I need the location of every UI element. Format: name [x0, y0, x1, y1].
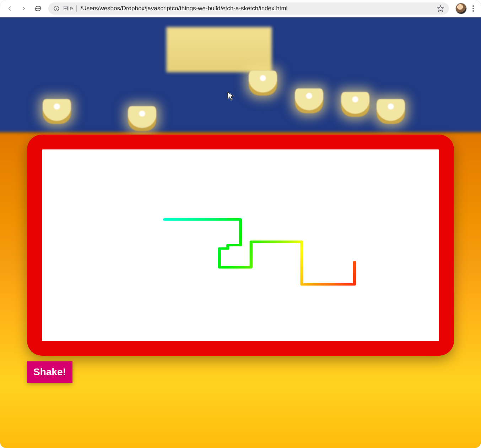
url-scheme-label: File: [63, 5, 73, 12]
star-icon: [437, 5, 444, 12]
arrow-left-icon: [6, 5, 13, 12]
arrow-right-icon: [20, 5, 27, 12]
reload-icon: [34, 5, 42, 12]
drawing-canvas[interactable]: [42, 149, 439, 341]
svg-marker-3: [438, 6, 444, 12]
etch-a-sketch-frame: [27, 135, 454, 356]
address-bar[interactable]: File /Users/wesbos/Dropbox/javascriptco/…: [48, 2, 449, 15]
spotlight-icon: [249, 71, 277, 95]
spotlight-icon: [295, 88, 323, 113]
back-button[interactable]: [4, 2, 16, 15]
bookmark-button[interactable]: [437, 5, 444, 12]
spotlight-icon: [377, 99, 405, 124]
shake-button[interactable]: Shake!: [27, 361, 72, 383]
forward-button[interactable]: [18, 2, 30, 15]
spotlight-icon: [341, 92, 369, 117]
drawing-svg: [42, 149, 439, 341]
info-icon: [53, 5, 60, 12]
address-divider: [76, 5, 77, 12]
url-path: /Users/wesbos/Dropbox/javascriptco/thing…: [80, 5, 433, 12]
reload-button[interactable]: [32, 2, 44, 15]
browser-menu-button[interactable]: [469, 3, 477, 14]
profile-avatar[interactable]: [455, 3, 467, 14]
page-viewport: Shake!: [0, 17, 481, 448]
spotlight-icon: [128, 106, 156, 131]
spotlight-icon: [43, 99, 71, 124]
browser-toolbar: File /Users/wesbos/Dropbox/javascriptco/…: [0, 0, 481, 17]
